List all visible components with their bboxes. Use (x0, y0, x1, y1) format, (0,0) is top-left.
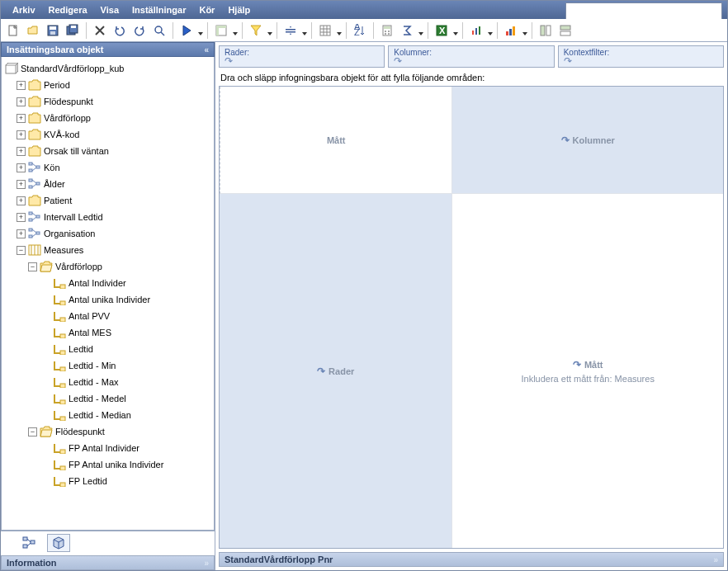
tree-measure-item[interactable]: FP Antal Individer (3, 440, 212, 456)
filter-icon[interactable] (247, 21, 265, 40)
info-expand-icon[interactable]: » (204, 559, 209, 568)
tree-dim-item[interactable]: +KVÅ-kod (3, 126, 212, 143)
run-icon[interactable] (177, 21, 196, 40)
twisty-collapse-icon[interactable]: − (28, 427, 37, 437)
run-dropdown[interactable] (198, 28, 203, 33)
zoom-icon[interactable] (150, 21, 168, 40)
tree-measure-group[interactable]: −Flödespunkt (3, 423, 212, 440)
measure-icon (53, 459, 66, 470)
tree-dim-item[interactable]: +Kön (3, 159, 212, 176)
sigma-dropdown[interactable] (418, 28, 423, 33)
filter-dropdown[interactable] (267, 28, 272, 33)
tree-measure-item[interactable]: Ledtid - Min (3, 357, 212, 374)
drop-header-kolumner[interactable]: Kolumner: ↷ (388, 45, 554, 68)
drop-zone-kolumner[interactable]: ↷Kolumner (452, 87, 723, 194)
tree-dim-item[interactable]: +Period (3, 77, 212, 93)
menu-arkiv[interactable]: Arkiv (6, 2, 42, 17)
tab-cube-icon[interactable] (47, 534, 70, 552)
drop-header-kontext[interactable]: Kontextfilter: ↷ (558, 45, 724, 68)
tree-measure-item[interactable]: Ledtid (3, 341, 212, 357)
layout1-icon[interactable] (537, 21, 555, 40)
redo-icon[interactable] (130, 21, 149, 40)
drop-zone-measures[interactable]: ↷Mått Inkludera ett mått från: Measures (452, 194, 723, 548)
excel-icon[interactable]: X (433, 21, 451, 40)
suppress-icon[interactable] (281, 21, 300, 40)
open-icon[interactable] (24, 21, 42, 40)
tree-measure-item[interactable]: FP Antal unika Individer (3, 456, 212, 473)
suppress-dropdown[interactable] (302, 28, 307, 33)
svg-rect-33 (513, 26, 515, 35)
chart2-dropdown[interactable] (522, 28, 527, 33)
save-all-icon[interactable] (64, 21, 82, 40)
svg-text:X: X (439, 26, 446, 35)
tree-measure-group[interactable]: −Vårdförlopp (3, 258, 212, 275)
tree-measure-item[interactable]: FP Ledtid (3, 473, 212, 489)
twisty-collapse-icon[interactable]: − (17, 246, 26, 255)
tree-measure-item[interactable]: Antal MES (3, 324, 212, 341)
tree-dim-item[interactable]: +Patient (3, 192, 212, 209)
drop-zone-rader[interactable]: ↷Rader (220, 194, 452, 548)
cube-icon (5, 63, 18, 74)
twisty-expand-icon[interactable]: + (17, 147, 26, 156)
twisty-expand-icon[interactable]: + (17, 229, 26, 238)
sort-icon[interactable]: AZ (351, 21, 369, 40)
twisty-expand-icon[interactable]: + (17, 213, 26, 222)
svg-point-24 (385, 33, 386, 35)
report-expand-icon[interactable]: » (713, 555, 718, 564)
table-icon[interactable] (316, 21, 334, 40)
tree-dim-item[interactable]: +Ålder (3, 176, 212, 192)
twisty-expand-icon[interactable]: + (17, 163, 26, 172)
layout2-icon[interactable] (556, 21, 574, 40)
twisty-expand-icon[interactable]: + (17, 97, 26, 106)
menu-visa[interactable]: Visa (94, 2, 125, 17)
tree-measure-item[interactable]: Antal PVV (3, 308, 212, 324)
tree-measure-item[interactable]: Ledtid - Median (3, 407, 212, 423)
tree-dim-item[interactable]: +Orsak till väntan (3, 143, 212, 159)
svg-rect-57 (60, 318, 65, 322)
pivot-icon[interactable] (212, 21, 230, 40)
svg-rect-38 (6, 65, 16, 73)
twisty-collapse-icon[interactable]: − (28, 262, 37, 271)
twisty-expand-icon[interactable]: + (17, 114, 26, 123)
folder-icon (28, 112, 41, 124)
tree-measures-label: Measures (44, 245, 83, 255)
bar-chart-icon[interactable] (467, 21, 485, 40)
menu-kor[interactable]: Kör (192, 2, 221, 17)
drop-header-rader[interactable]: Rader: ↷ (219, 45, 385, 68)
tree-dim-item[interactable]: +Intervall Ledtid (3, 209, 212, 225)
tree-measure-item[interactable]: Ledtid - Medel (3, 390, 212, 407)
tree-cube-root[interactable]: StandardVårdförlopp_kub (3, 60, 212, 77)
twisty-expand-icon[interactable]: + (17, 196, 26, 205)
tree-measure-item[interactable]: Antal Individer (3, 275, 212, 291)
sigma-icon[interactable] (398, 21, 416, 40)
bar-chart-dropdown[interactable] (488, 28, 493, 33)
svg-rect-44 (36, 182, 40, 185)
table-dropdown[interactable] (337, 28, 342, 33)
twisty-expand-icon[interactable]: + (17, 81, 26, 90)
excel-dropdown[interactable] (453, 28, 458, 33)
tree-dim-item[interactable]: +Flödespunkt (3, 93, 212, 110)
tree-dim-item[interactable]: +Organisation (3, 225, 212, 242)
cell-br-sub: Inkludera ett mått från: Measures (521, 374, 654, 384)
tab-tree-icon[interactable] (17, 534, 40, 552)
tree-measure-item[interactable]: Antal unika Individer (3, 291, 212, 308)
menu-installningar[interactable]: Inställningar (125, 2, 192, 17)
new-icon[interactable] (4, 21, 22, 40)
menu-hjalp[interactable]: Hjälp (221, 2, 257, 17)
twisty-expand-icon[interactable]: + (17, 180, 26, 189)
twisty-expand-icon[interactable]: + (17, 130, 26, 139)
pivot-dropdown[interactable] (233, 28, 238, 33)
chart2-icon[interactable] (502, 21, 520, 40)
panel-collapse-icon[interactable]: « (204, 45, 209, 54)
menu-redigera[interactable]: Redigera (42, 2, 94, 17)
undo-icon[interactable] (111, 21, 129, 40)
delete-icon[interactable] (91, 21, 109, 40)
tree-dim-item[interactable]: +Vårdförlopp (3, 110, 212, 126)
tree-measures[interactable]: − Measures (3, 242, 212, 258)
calc-icon[interactable] (378, 21, 396, 40)
drop-zone-matt[interactable]: Mått (220, 87, 452, 194)
insertable-panel-header: Insättningsbara objekt « (1, 42, 215, 57)
tree-measure-item[interactable]: Ledtid - Max (3, 374, 212, 390)
menu-bar: Arkiv Redigera Visa Inställningar Kör Hj… (1, 1, 727, 19)
save-icon[interactable] (44, 21, 62, 40)
